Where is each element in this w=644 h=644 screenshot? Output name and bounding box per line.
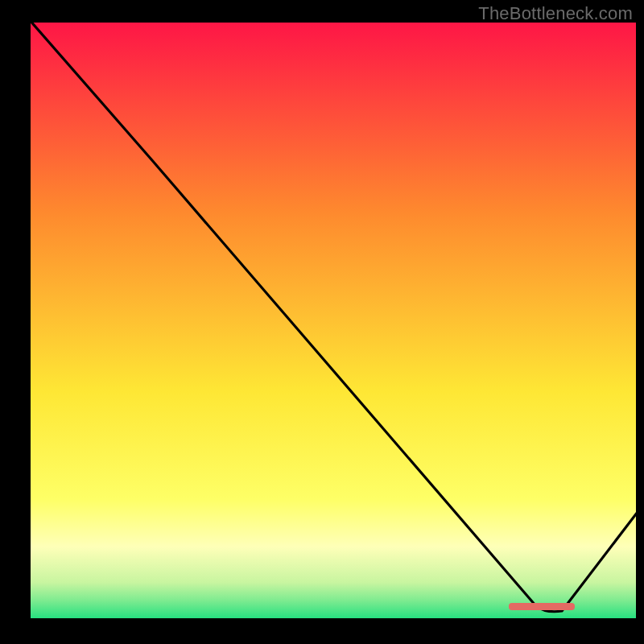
chart-frame: TheBottleneck.com	[0, 0, 644, 644]
chart-svg	[31, 23, 636, 618]
optimum-marker	[509, 603, 575, 610]
watermark-text: TheBottleneck.com	[478, 3, 633, 24]
plot-area	[31, 23, 636, 618]
gradient-background	[31, 23, 636, 618]
